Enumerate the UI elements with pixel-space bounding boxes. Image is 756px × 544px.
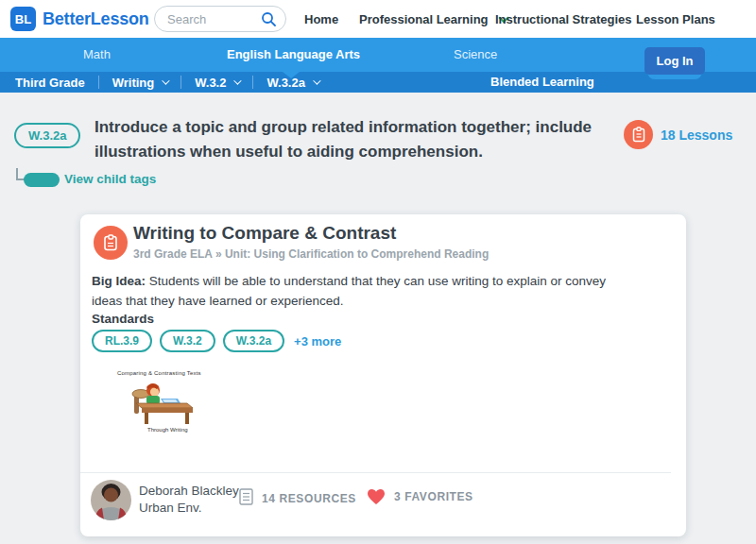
heart-icon bbox=[367, 488, 386, 505]
filter-w32-dropdown[interactable]: W.3.2 bbox=[195, 76, 239, 90]
author-org: Urban Env. bbox=[139, 500, 239, 517]
more-standards-link[interactable]: +3 more bbox=[294, 334, 341, 348]
view-child-tags-label[interactable]: View child tags bbox=[64, 172, 156, 186]
thumbnail-title-text: Comparing & Contrasting Texts bbox=[117, 370, 201, 376]
divider bbox=[98, 76, 99, 89]
standard-pill-w32[interactable]: W.3.2 bbox=[160, 330, 215, 352]
tab-math[interactable]: Math bbox=[83, 38, 111, 72]
active-tab-notch bbox=[283, 72, 300, 78]
standards-heading: Standards bbox=[92, 312, 154, 326]
resources-count[interactable]: 14 RESOURCES bbox=[239, 488, 356, 509]
search-input[interactable] bbox=[167, 12, 266, 26]
nav-professional-learning[interactable]: Professional Learning bbox=[359, 12, 506, 26]
big-idea-body: Students will be able to understand that… bbox=[92, 274, 606, 308]
nav-home[interactable]: Home bbox=[304, 12, 338, 26]
author-info[interactable]: Deborah Blackley Urban Env. bbox=[139, 483, 239, 517]
chevron-down-icon bbox=[234, 76, 242, 84]
thumbnail-subtitle-text: Through Writing bbox=[147, 427, 188, 433]
thumbnail-illustration bbox=[121, 380, 200, 429]
bl-logo[interactable]: BL bbox=[10, 7, 36, 31]
divider bbox=[180, 76, 181, 89]
standard-description: Introduce a topic and group related info… bbox=[94, 115, 620, 164]
lesson-breadcrumb[interactable]: 3rd Grade ELA » Unit: Using Clarificatio… bbox=[133, 247, 489, 261]
favorites-count[interactable]: 3 FAVORITES bbox=[367, 488, 473, 505]
resources-label: 14 RESOURCES bbox=[262, 492, 356, 505]
log-in-button[interactable]: Log In bbox=[644, 47, 705, 75]
author-name: Deborah Blackley bbox=[139, 483, 239, 500]
filter-w32-label: W.3.2 bbox=[195, 76, 226, 90]
divider bbox=[80, 472, 671, 473]
standard-pill-w32a[interactable]: W.3.2a bbox=[223, 330, 284, 352]
big-idea-label: Big Idea: bbox=[92, 274, 146, 288]
lessons-count[interactable]: 18 Lessons bbox=[624, 120, 732, 149]
search-box bbox=[154, 6, 286, 32]
lessons-clipboard-icon bbox=[624, 120, 653, 149]
chevron-down-icon bbox=[162, 76, 169, 84]
big-idea-text: Big Idea: Students will be able to under… bbox=[92, 271, 610, 311]
standard-code-badge[interactable]: W.3.2a bbox=[14, 123, 80, 148]
filter-bar: Third Grade Writing W.3.2 W.3.2a Blended… bbox=[0, 72, 756, 93]
standards-pill-row: RL.3.9 W.3.2 W.3.2a +3 more bbox=[92, 330, 341, 352]
top-header: BL BetterLesson Home Professional Learni… bbox=[0, 0, 756, 38]
filter-third-grade[interactable]: Third Grade bbox=[15, 76, 85, 90]
author-avatar[interactable] bbox=[91, 480, 131, 520]
view-child-tags-toggle[interactable] bbox=[24, 173, 60, 187]
tab-science[interactable]: Science bbox=[454, 38, 497, 72]
lesson-card: Writing to Compare & Contrast 3rd Grade … bbox=[80, 214, 686, 536]
divider bbox=[252, 76, 253, 89]
standard-pill-rl39[interactable]: RL.3.9 bbox=[92, 330, 152, 352]
lessons-count-label: 18 Lessons bbox=[661, 128, 732, 143]
nav-instructional-strategies[interactable]: Instructional Strategies bbox=[495, 12, 631, 26]
filter-writing-label: Writing bbox=[112, 76, 155, 90]
chevron-down-icon bbox=[313, 76, 320, 84]
blended-learning-link[interactable]: Blended Learning bbox=[490, 72, 594, 93]
lesson-notebook-icon bbox=[94, 226, 128, 260]
lesson-title[interactable]: Writing to Compare & Contrast bbox=[133, 223, 396, 244]
subject-bar: Math English Language Arts Science bbox=[0, 38, 756, 72]
search-icon[interactable] bbox=[261, 11, 277, 27]
nav-professional-learning-label: Professional Learning bbox=[359, 12, 489, 26]
favorites-label: 3 FAVORITES bbox=[394, 490, 473, 503]
filter-writing-dropdown[interactable]: Writing bbox=[112, 76, 168, 90]
lesson-thumbnail[interactable]: Comparing & Contrasting Texts bbox=[104, 361, 274, 450]
tab-english-language-arts[interactable]: English Language Arts bbox=[227, 38, 360, 72]
nav-lesson-plans[interactable]: Lesson Plans bbox=[636, 12, 715, 26]
resources-document-icon bbox=[239, 488, 253, 509]
brand-name[interactable]: BetterLesson bbox=[43, 9, 149, 29]
